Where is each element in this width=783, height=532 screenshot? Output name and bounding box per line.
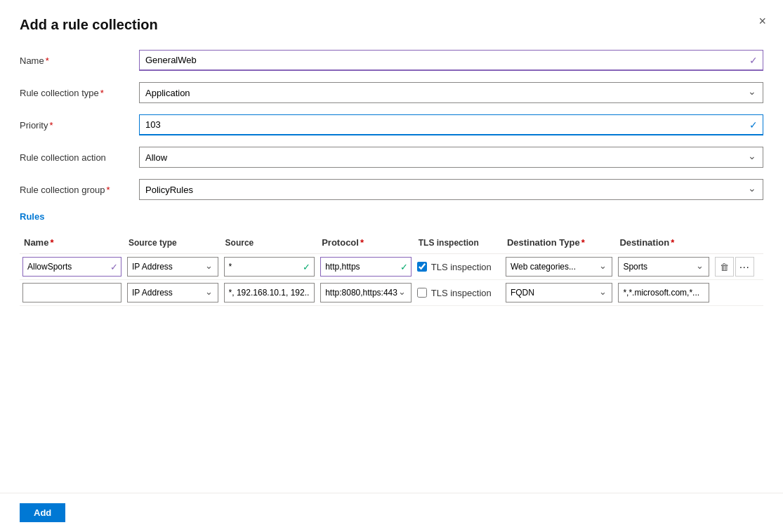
col-header-protocol: Protocol* [317, 233, 414, 254]
table-row: IP Address IP Group http:8080,https:443 [20, 280, 763, 306]
row1-more-button[interactable]: ··· [735, 257, 754, 277]
rule-collection-group-select[interactable]: PolicyRules [139, 179, 763, 200]
priority-input[interactable] [139, 114, 763, 135]
row2-actions-cell [712, 280, 763, 306]
close-button[interactable]: × [758, 14, 766, 29]
col-header-source-type: Source type [124, 233, 221, 254]
row1-tls-label: TLS inspection [431, 262, 492, 272]
dialog-footer: Add [0, 493, 783, 532]
row1-destination-select[interactable]: Sports News Social [618, 257, 709, 277]
rule-collection-type-label: Rule collection type* [20, 88, 139, 98]
row2-source-type-select[interactable]: IP Address IP Group [127, 283, 218, 302]
row2-destination-input[interactable] [618, 283, 709, 302]
row1-tls-checkbox[interactable] [417, 262, 427, 272]
rule-collection-type-select-wrap: Application Network DNAT [139, 82, 763, 103]
name-check-icon: ✓ [749, 55, 758, 66]
row2-tls-cell: TLS inspection [414, 280, 503, 306]
row1-dest-type-select[interactable]: Web categories... FQDN URL [506, 257, 613, 277]
name-field-wrap: ✓ [139, 50, 763, 71]
row1-tls-cell: TLS inspection [414, 254, 503, 280]
rules-section-title: Rules [20, 211, 763, 222]
rules-section: Rules Name* Source type Source Protocol*… [20, 211, 763, 306]
rule-collection-type-row: Rule collection type* Application Networ… [20, 82, 763, 103]
rule-collection-action-row: Rule collection action Allow Deny [20, 147, 763, 168]
col-header-name: Name* [20, 233, 124, 254]
row2-dest-type-select[interactable]: Web categories FQDN URL [506, 283, 613, 302]
row1-dest-type-cell: Web categories... FQDN URL [503, 254, 616, 280]
row2-protocol-select[interactable]: http:8080,https:443 [320, 283, 412, 302]
row1-protocol-check-icon: ✓ [400, 262, 408, 272]
row2-dest-type-cell: Web categories FQDN URL [503, 280, 616, 306]
priority-field-wrap: ✓ [139, 114, 763, 135]
priority-check-icon: ✓ [749, 119, 758, 131]
rule-collection-type-select[interactable]: Application Network DNAT [139, 82, 763, 103]
row1-protocol-select[interactable]: http,https http https mssql [320, 257, 412, 277]
row1-source-input[interactable] [224, 257, 315, 277]
name-row: Name* ✓ [20, 50, 763, 71]
rule-collection-action-select[interactable]: Allow Deny [139, 147, 763, 168]
row1-name-cell: ✓ [20, 254, 124, 280]
row1-source-cell: ✓ [221, 254, 318, 280]
row2-name-input[interactable] [22, 283, 121, 302]
rule-collection-action-select-wrap: Allow Deny [139, 147, 763, 168]
table-header-row: Name* Source type Source Protocol* TLS i… [20, 233, 763, 254]
priority-label: Priority* [20, 120, 139, 131]
row2-name-cell [20, 280, 124, 306]
rules-table: Name* Source type Source Protocol* TLS i… [20, 233, 763, 306]
add-button[interactable]: Add [20, 503, 65, 522]
row2-protocol-cell: http:8080,https:443 [317, 280, 414, 306]
rule-collection-group-row: Rule collection group* PolicyRules [20, 179, 763, 200]
row1-source-type-select[interactable]: IP Address IP Group [127, 257, 218, 277]
row2-tls-label: TLS inspection [431, 288, 492, 298]
row2-source-input[interactable] [224, 283, 315, 302]
row1-actions-cell: 🗑 ··· [712, 254, 763, 280]
row1-protocol-cell: http,https http https mssql ✓ [317, 254, 414, 280]
dialog-title: Add a rule collection [20, 17, 763, 33]
priority-row: Priority* ✓ [20, 114, 763, 135]
row2-source-cell [221, 280, 318, 306]
name-label: Name* [20, 55, 139, 66]
rule-collection-action-label: Rule collection action [20, 152, 139, 163]
table-row: ✓ IP Address IP Group [20, 254, 763, 280]
col-header-destination-type: Destination Type* [503, 233, 616, 254]
col-header-tls: TLS inspection [414, 233, 503, 254]
row1-name-check-icon: ✓ [110, 262, 118, 272]
row2-tls-checkbox[interactable] [417, 288, 427, 298]
row2-source-type-cell: IP Address IP Group [124, 280, 221, 306]
row2-destination-cell [615, 280, 712, 306]
row1-delete-button[interactable]: 🗑 [715, 257, 734, 277]
row1-destination-cell: Sports News Social [615, 254, 712, 280]
rule-collection-group-select-wrap: PolicyRules [139, 179, 763, 200]
add-rule-collection-dialog: Add a rule collection × Name* ✓ Rule col… [0, 0, 783, 532]
col-header-actions [712, 233, 763, 254]
col-header-destination: Destination* [615, 233, 712, 254]
name-input[interactable] [139, 50, 763, 71]
col-header-source: Source [221, 233, 318, 254]
rule-collection-group-label: Rule collection group* [20, 185, 139, 195]
row1-name-input[interactable] [22, 257, 121, 277]
row1-source-check-icon: ✓ [303, 262, 310, 272]
row1-source-type-cell: IP Address IP Group [124, 254, 221, 280]
